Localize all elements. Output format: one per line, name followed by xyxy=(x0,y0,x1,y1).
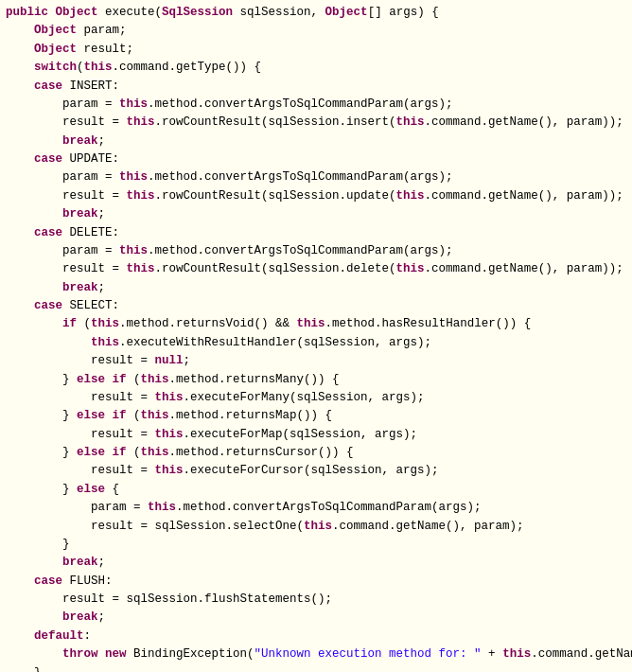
code-line: if (this.method.returnsVoid() && this.me… xyxy=(0,315,632,333)
code-line: param = this.method.convertArgsToSqlComm… xyxy=(0,96,632,114)
code-line: } xyxy=(0,664,632,673)
code-line: switch(this.command.getType()) { xyxy=(0,59,632,77)
code-line: result = sqlSession.selectOne(this.comma… xyxy=(0,518,632,536)
code-line: param = this.method.convertArgsToSqlComm… xyxy=(0,168,632,186)
code-line: throw new BindingException("Unknown exec… xyxy=(0,645,632,663)
code-line: Object result; xyxy=(0,41,632,59)
code-line: result = this.rowCountResult(sqlSession.… xyxy=(0,114,632,132)
code-line: result = this.executeForMap(sqlSession, … xyxy=(0,426,632,444)
code-line: break; xyxy=(0,279,632,297)
code-line: } xyxy=(0,536,632,554)
code-line: } else if (this.method.returnsMany()) { xyxy=(0,371,632,389)
code-line: param = this.method.convertArgsToSqlComm… xyxy=(0,242,632,260)
code-line: case DELETE: xyxy=(0,224,632,242)
code-line: break; xyxy=(0,205,632,223)
code-line: break; xyxy=(0,554,632,572)
code-line: case FLUSH: xyxy=(0,573,632,591)
code-line: } else if (this.method.returnsMap()) { xyxy=(0,407,632,425)
code-line: } else if (this.method.returnsCursor()) … xyxy=(0,444,632,462)
code-line: default: xyxy=(0,628,632,645)
code-line: Object param; xyxy=(0,22,632,40)
code-line: result = null; xyxy=(0,352,632,370)
code-line: case SELECT: xyxy=(0,297,632,315)
code-line: param = this.method.convertArgsToSqlComm… xyxy=(0,499,632,517)
code-line: result = this.executeForCursor(sqlSessio… xyxy=(0,462,632,480)
code-line: } else { xyxy=(0,481,632,499)
code-viewer: public Object execute(SqlSession sqlSess… xyxy=(0,0,632,672)
code-line: result = this.rowCountResult(sqlSession.… xyxy=(0,187,632,205)
code-line: public Object execute(SqlSession sqlSess… xyxy=(0,4,632,22)
code-line: break; xyxy=(0,133,632,150)
code-line: result = this.executeForMany(sqlSession,… xyxy=(0,389,632,407)
code-line: result = this.rowCountResult(sqlSession.… xyxy=(0,260,632,278)
code-line: result = sqlSession.flushStatements(); xyxy=(0,591,632,609)
code-line: this.executeWithResultHandler(sqlSession… xyxy=(0,334,632,352)
code-line: break; xyxy=(0,609,632,627)
code-line: case INSERT: xyxy=(0,78,632,96)
code-line: case UPDATE: xyxy=(0,150,632,168)
